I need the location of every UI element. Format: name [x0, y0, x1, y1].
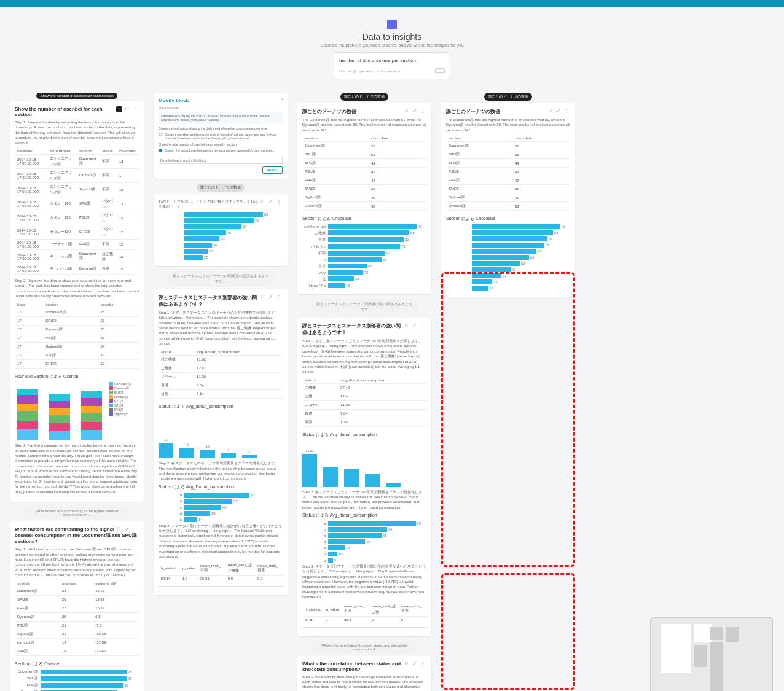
step-1: Step 1: Prepare the data by extracting t… — [15, 120, 139, 146]
modify-panel: × Modify block Block summary Calculate a… — [154, 93, 288, 179]
step-1: Step 1: まず、各ステータスごとのドーナツの平均消費数すが調します。 St… — [159, 310, 283, 346]
hbar-chart-2: a70b52c40d28e14 — [159, 493, 283, 522]
chart-title: Status による Avg_donut_consumption — [302, 432, 426, 438]
step-1: Step 1: We'll start by comparing how Doc… — [15, 547, 139, 577]
hero: Data to insights Describe the problem yo… — [0, 7, 784, 88]
card-tools[interactable]: ⚐ ⤢ ⋮ — [404, 108, 426, 114]
close-icon[interactable]: × — [281, 96, 284, 102]
suggestion-pill-2[interactable]: What's the correlation between status an… — [311, 641, 418, 654]
chart2-title: Status による Avg_donut_consumption — [302, 512, 426, 518]
prompt-text[interactable]: number of rice crackers per section — [339, 58, 445, 63]
card-donut-pct: ⚐ ⤢ ⋮ れのドーナツを消し、ドナミク課が最も没ずジです。それは全体のドーナ … — [154, 194, 288, 266]
card-text: The Document課 has the highest number of … — [302, 117, 426, 133]
card-tools[interactable]: ⚐ ⤢ ⋮ — [261, 199, 283, 205]
radio-icon — [159, 149, 162, 152]
choco-table: sectionchocolateDocument課51SPU課52SPU課43P… — [302, 135, 426, 211]
radio-icon — [159, 133, 162, 136]
option-2[interactable]: Display the sum of osenbei quantity for … — [159, 149, 283, 152]
option-1[interactable]: Create a bar chart displaying the sum of… — [159, 133, 283, 140]
app-icon — [387, 20, 397, 29]
stacked-chart — [15, 381, 104, 443]
card-text: The Document課 has the highest number of … — [446, 117, 570, 133]
suggestion-pill[interactable]: What factors are contributing to the hig… — [23, 507, 130, 519]
step-1: Step 1: まず、各ステータスごとのドーナツの平均消費数すが調します。 St… — [302, 338, 426, 375]
card-tools[interactable]: ⚐ ⤢ ⋮ — [261, 294, 283, 300]
tab-col1[interactable]: Show the number of oambal for each secti… — [36, 93, 117, 99]
top-bar — [0, 0, 784, 7]
raw-table: datetimedepartmentsectionstatuschocolate… — [15, 148, 139, 275]
stats-table: h_statisticp_valuemean_rank_不調mean_rank_… — [302, 603, 426, 623]
apply-button[interactable]: APPLY — [262, 166, 283, 174]
suggestion-pill[interactable]: 課とステータスとステータス別部署の強い関係はあるようです — [311, 299, 418, 315]
card-tools[interactable]: ⚐ ⤢ ⋮ — [404, 661, 426, 666]
chart-title: Section による Chocolate — [446, 216, 570, 222]
choco-table: sectionchocolateDocument課51SPU課52SPU課43P… — [446, 135, 570, 211]
summary-header: Block summary — [159, 106, 283, 109]
modify-input[interactable] — [159, 157, 283, 164]
card-tools[interactable]: ⚐ ⤢ ⋮ — [548, 108, 570, 114]
card-osenbei-per-section: ⚐ ⋮ Show the number of osenbei for each … — [10, 101, 144, 502]
hbar-chart-2: a95b64c58d40e18f10g5 — [302, 521, 426, 563]
step-2: Step 2: Organize the data to show osenbe… — [15, 278, 139, 299]
tab-col3[interactable]: 課ごとのドーナツの数値 — [340, 93, 388, 101]
chart2-title: Status による Avg_Donut_consumption — [159, 484, 283, 490]
vbar-chart: 22181595 — [159, 412, 283, 461]
vbar-chart: 21.62 — [302, 440, 426, 490]
step-3: Step 3: ステータス別でドーナツ消費量に統計的に有意な違いがあるかどうか分… — [302, 564, 426, 600]
card-text: Step 1: We'll start by calculating the a… — [302, 674, 426, 691]
app-subtitle: Describe the problem you need to solve, … — [0, 43, 784, 47]
hbar-chart: 8575624538302520 — [159, 212, 283, 260]
prompt-box[interactable]: number of rice crackers per section Use … — [334, 52, 450, 79]
step-2: Step 2: 各ステータスごとのドーナツの平均消費量をグラフで視覚化します。 … — [302, 490, 426, 510]
chart-title: Hour and Section による Osenbei — [15, 373, 139, 380]
card-correlation: ⚐ ⤢ ⋮ What's the correlation between sta… — [297, 656, 431, 691]
suggestion-pill[interactable]: 課とステータスごとのドーナツの関係度の提案はあるようです… — [167, 271, 274, 287]
app-title: Data to insights — [0, 32, 784, 42]
card-status-donut-2: ⚐ ⤢ ⋮ 課とステータスとステータス別部署の強い関係はあるようです？ Step… — [297, 318, 431, 636]
opt-heading-2: Show the total quantity of osenbei treat… — [159, 142, 283, 146]
selection-box-2 — [441, 573, 575, 690]
card-choco-2: ⚐ ⤢ ⋮ 課ごとのドーナツの数値 The Document課 has the … — [441, 103, 575, 297]
step-3: Step 3: Provide a summary of the main in… — [15, 443, 139, 494]
prompt-go-button[interactable] — [435, 68, 445, 73]
hbar-chart: not found obj96ご機嫌88普通82パタパル78不調62-458上昇… — [302, 224, 426, 288]
card-factors: ⚐ ⤢ ⋮ What factors are contributing to t… — [10, 521, 144, 691]
card-tools[interactable]: ⚐ ⤢ ⋮ — [117, 526, 139, 532]
chart-title: Status による Avg_donut_consumption — [159, 404, 283, 410]
opt-heading: Create a visualization showing the daily… — [159, 127, 283, 130]
tab-col4[interactable]: 課ごとのドーナツの数値 — [484, 93, 532, 101]
status-table: statusavg_donut_consumptionご機嫌37.42ご機12.… — [302, 377, 426, 427]
diff-table: sectionosenbeipercent_diffDocument課2819.… — [15, 580, 139, 656]
prompt-placeholder: Use the @ operator to add more data — [339, 69, 400, 73]
summary-table: hoursectionosenbei17Document課2817SPU課261… — [15, 302, 139, 369]
status-table: statusavg_donut_consumption超ご機嫌21.62ご機嫌1… — [159, 349, 283, 399]
stats-table: h_statisticp_valuemean_rank_不調mean_rank_… — [159, 561, 283, 582]
step-2: Step 2: 各ステータスとのドーナツ平均消費量をグラフで視覚化します。 Th… — [159, 461, 283, 482]
chart-legend: Document課Dynamo課EHE課Lambda課PSL課SPU課SV6課S… — [109, 381, 131, 443]
modify-title: Modify block — [159, 98, 283, 103]
step-3: Step 3: ステータス別でドーナツ消費量に統計的に有意な違いがあるかどうか分… — [159, 523, 283, 560]
expand-icon — [116, 106, 122, 112]
chart-title: Section による Osenbei — [15, 661, 139, 667]
card-tools[interactable]: ⚐ ⋮ — [116, 106, 139, 112]
tab-col2[interactable]: 課ごとのドーナツの数値 — [197, 184, 245, 192]
card-tools[interactable]: ⚐ ⤢ ⋮ — [404, 322, 426, 328]
block-summary: Calculate and display the sum of "osenbe… — [159, 112, 283, 124]
chart-title: Section による Chocolate — [302, 216, 426, 222]
card-status-donut: ⚐ ⤢ ⋮ 課とステータスとステータス別部署の強い関係はあるようです？ Step… — [154, 289, 288, 596]
hbar-chart: Document課28SPU課28EHE課27Dynamo課25PSL課21Si… — [15, 669, 139, 691]
minimap[interactable] — [650, 617, 773, 691]
canvas[interactable]: Show the number of oambal for each secti… — [0, 88, 784, 691]
card-choco: ⚐ ⤢ ⋮ 課ごとのドーナツの数値 The Document課 has the … — [297, 103, 431, 294]
selection-box-1 — [441, 272, 575, 567]
